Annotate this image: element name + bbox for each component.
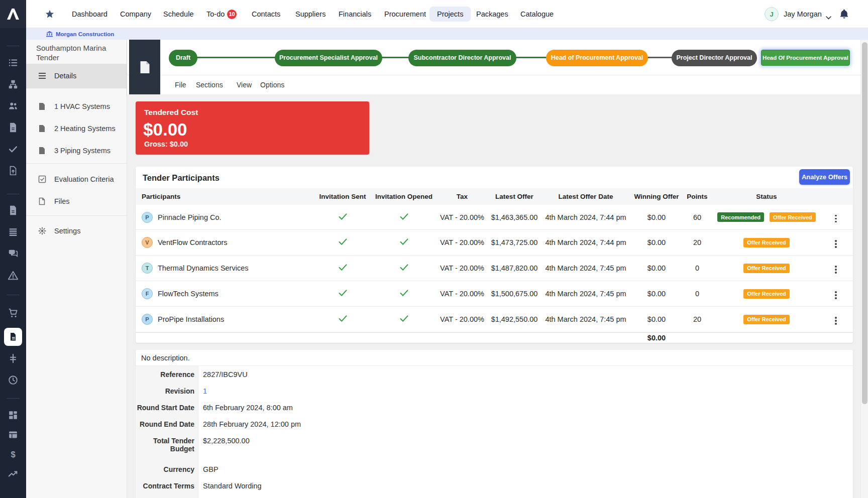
tendered-cost-amount: $0.00	[143, 119, 187, 140]
nav-procurement[interactable]: Procurement	[384, 0, 426, 28]
notifications-bell-icon[interactable]	[840, 9, 848, 21]
workflow-step-draft: Draft	[169, 50, 197, 66]
revision-link[interactable]: 1	[198, 383, 207, 399]
status-badge-offer-received: Offer Received	[770, 212, 816, 222]
description-text: No description.	[136, 350, 853, 366]
invitation-sent-check	[311, 264, 374, 272]
checklist-icon	[38, 175, 46, 183]
row-menu-kebab[interactable]	[833, 289, 839, 301]
menu-file[interactable]: File	[175, 75, 186, 95]
top-nav: Dashboard Company Schedule To-do 10 Cont…	[0, 0, 868, 28]
row-menu-kebab[interactable]	[833, 238, 839, 250]
sidebar-item-piping[interactable]: 3 Piping Systems	[26, 140, 127, 162]
user-name[interactable]: Jay Morgan	[784, 0, 822, 28]
menu-sections[interactable]: Sections	[196, 75, 223, 95]
table-row[interactable]: TThermal Dynamics Services VAT - 20.00% …	[136, 256, 853, 281]
table-header: Participants Invitation Sent Invitation …	[136, 188, 853, 205]
row-menu-kebab[interactable]	[833, 264, 839, 276]
app-logo[interactable]	[0, 0, 26, 28]
tender-cover-tile	[129, 40, 160, 94]
nav-projects-active[interactable]: Projects	[429, 7, 471, 22]
chat-icon[interactable]	[8, 248, 19, 259]
workflow-step-subcontractor-director: Subcontractor Director Approval	[408, 50, 516, 66]
document-icon[interactable]	[8, 122, 19, 133]
sidebar-item-files[interactable]: Files	[26, 190, 127, 212]
detail-row-budget: Total Tender Budget $2,228,500.00	[136, 432, 853, 461]
sidebar-item-heating[interactable]: 2 Heating Systems	[26, 117, 127, 140]
status-badge-offer-received: Offer Received	[743, 289, 790, 299]
tune-icon[interactable]	[8, 353, 19, 364]
invitation-sent-check	[311, 290, 374, 298]
nav-financials[interactable]: Financials	[339, 0, 371, 28]
detail-row-reference: Reference 2827/IBC9VU	[136, 366, 853, 383]
people-icon[interactable]	[8, 100, 19, 111]
head-of-procurement-approval-button[interactable]: Head Of Procurement Approval	[761, 50, 850, 66]
table-row[interactable]: PProPipe Installations VAT - 20.00% $1,4…	[136, 307, 853, 332]
participants-title: Tender Participants	[143, 173, 220, 183]
sidebar-item-evaluation-criteria[interactable]: Evaluation Criteria	[26, 168, 127, 190]
status-badge-recommended: Recommended	[717, 212, 764, 222]
svg-text:$: $	[11, 450, 15, 459]
menu-view[interactable]: View	[237, 75, 252, 95]
cart-icon[interactable]	[8, 307, 19, 318]
status-badge-offer-received: Offer Received	[743, 315, 790, 324]
list-icon[interactable]	[8, 57, 19, 68]
nav-schedule[interactable]: Schedule	[163, 0, 193, 28]
dashboard-grid-icon[interactable]	[8, 410, 19, 421]
tendered-cost-card: Tendered Cost $0.00 Gross: $0.00	[136, 101, 369, 155]
scrollbar-track[interactable]	[860, 40, 868, 498]
analyze-offers-button[interactable]: Analyze Offers	[799, 169, 850, 185]
nav-suppliers[interactable]: Suppliers	[295, 0, 325, 28]
scrollbar-thumb[interactable]	[862, 42, 867, 404]
invitation-opened-check	[374, 290, 434, 298]
user-avatar[interactable]: J	[765, 7, 779, 21]
tendered-cost-title: Tendered Cost	[144, 108, 198, 117]
rows-icon[interactable]	[8, 226, 19, 237]
total-winning-offer: $0.00	[633, 334, 680, 342]
table-icon[interactable]	[8, 429, 19, 440]
invitation-sent-check	[311, 213, 374, 221]
nav-company[interactable]: Company	[120, 0, 151, 28]
menu-options[interactable]: Options	[260, 75, 284, 95]
sidebar-item-hvac[interactable]: 1 HVAC Systems	[26, 95, 127, 117]
nav-catalogue[interactable]: Catalogue	[520, 0, 554, 28]
table-body: PPinnacle Piping Co. VAT - 20.00% $1,463…	[136, 205, 853, 332]
table-row[interactable]: FFlowTech Systems VAT - 20.00% $1,500,67…	[136, 281, 853, 307]
breadcrumb[interactable]: Morgan Construction	[46, 28, 114, 40]
nav-packages[interactable]: Packages	[476, 0, 508, 28]
check-icon[interactable]	[8, 144, 19, 155]
logo-icon	[6, 8, 21, 21]
nav-dashboard[interactable]: Dashboard	[72, 0, 107, 28]
table-total-row: $0.00	[136, 332, 853, 343]
file-upload-icon[interactable]	[8, 165, 19, 176]
row-menu-kebab[interactable]	[833, 315, 839, 327]
page-icon	[38, 125, 46, 133]
document2-icon[interactable]	[8, 205, 19, 216]
invitation-opened-check	[374, 213, 434, 221]
clock-icon[interactable]	[8, 375, 19, 386]
tender-sidebar: Southampton Marina Tender Details 1 HVAC…	[26, 40, 127, 498]
avatar: P	[142, 212, 153, 223]
status-badge-offer-received: Offer Received	[743, 264, 790, 273]
row-menu-kebab[interactable]	[833, 213, 839, 225]
tendered-cost-gross: Gross: $0.00	[144, 140, 188, 148]
nav-todo[interactable]: To-do	[206, 0, 225, 28]
document-menubar: File Sections View Options	[127, 75, 868, 94]
dollar-icon[interactable]: $	[8, 449, 19, 460]
trend-icon[interactable]	[8, 468, 19, 479]
favorites-star-icon[interactable]	[45, 10, 54, 21]
gear-icon	[38, 227, 46, 235]
table-row[interactable]: PPinnacle Piping Co. VAT - 20.00% $1,463…	[136, 205, 853, 230]
page-icon	[38, 102, 46, 110]
sidebar-item-details[interactable]: Details	[26, 64, 127, 88]
org-chart-icon[interactable]	[8, 79, 19, 90]
tender-title: Southampton Marina Tender	[36, 43, 117, 62]
tender-document-icon-active[interactable]	[4, 328, 22, 346]
invitation-sent-check	[311, 238, 374, 246]
sidebar-item-settings[interactable]: Settings	[26, 220, 127, 242]
detail-row-currency: Currency GBP	[136, 461, 853, 477]
nav-contacts[interactable]: Contacts	[252, 0, 280, 28]
workflow-step-head-procurement: Head of Procurement Approval	[546, 50, 648, 66]
warning-icon[interactable]	[8, 270, 19, 281]
table-row[interactable]: VVentFlow Contractors VAT - 20.00% $1,47…	[136, 230, 853, 256]
